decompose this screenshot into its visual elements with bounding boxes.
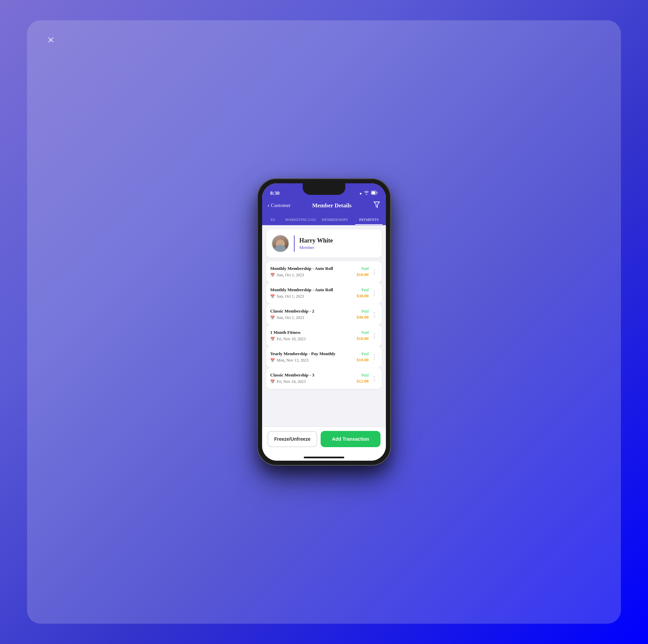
transaction-right: Paid $10.00 ⋮ bbox=[356, 266, 378, 277]
calendar-icon: 📅 bbox=[270, 273, 275, 277]
phone-screen: 8:30 ● bbox=[262, 183, 386, 461]
tab-memberships-label: MEMBERSHIPS bbox=[322, 217, 348, 222]
page-title: Member Details bbox=[312, 202, 351, 209]
transaction-amount: $10.00 bbox=[356, 357, 369, 363]
add-transaction-button[interactable]: Add Transaction bbox=[321, 431, 380, 447]
calendar-icon: 📅 bbox=[270, 294, 275, 299]
home-indicator bbox=[262, 454, 386, 461]
transaction-amount: $10.00 bbox=[356, 336, 369, 341]
battery-icon bbox=[371, 191, 378, 196]
transaction-item: Classic Membership - 2 📅 Sun, Oct 1, 202… bbox=[266, 304, 382, 325]
tab-marketing-log-label: MARKETING LOG bbox=[285, 217, 316, 222]
transaction-item: Yearly Membership - Pay Monthly 📅 Mon, N… bbox=[266, 346, 382, 368]
transaction-right: Paid $10.00 ⋮ bbox=[356, 351, 378, 363]
back-label: Customer bbox=[271, 203, 291, 208]
back-arrow-icon: ‹ bbox=[268, 202, 270, 209]
phone-frame: 8:30 ● bbox=[258, 179, 390, 465]
transaction-status-col: Paid $10.00 bbox=[356, 351, 369, 363]
calendar-icon: 📅 bbox=[270, 358, 275, 363]
transaction-date: 📅 Sun, Oct 1, 2023 bbox=[270, 273, 356, 278]
close-button[interactable]: × bbox=[47, 34, 54, 46]
bottom-bar: Freeze/Unfreeze Add Transaction bbox=[262, 427, 386, 454]
profile-card: Harry White Member bbox=[266, 229, 382, 258]
tab-payments[interactable]: PAYMENTS bbox=[352, 214, 386, 225]
tab-es[interactable]: ES bbox=[262, 214, 284, 225]
calendar-icon: 📅 bbox=[270, 380, 275, 384]
transaction-status-col: Paid $40.00 bbox=[356, 309, 369, 320]
transaction-amount: $10.00 bbox=[356, 272, 369, 277]
transaction-date-text: Fri, Nov 10, 2023 bbox=[277, 337, 306, 342]
transaction-status: Paid bbox=[362, 288, 369, 293]
svg-rect-1 bbox=[372, 191, 375, 194]
profile-divider bbox=[294, 235, 295, 252]
transaction-status-col: Paid $10.00 bbox=[356, 266, 369, 277]
transaction-date: 📅 Mon, Nov 13, 2023 bbox=[270, 358, 356, 363]
tab-es-label: ES bbox=[271, 217, 275, 222]
tabs-bar: ES MARKETING LOG MEMBERSHIPS PAYMENTS bbox=[262, 214, 386, 225]
transaction-item: Classic Membership - 3 📅 Fri, Nov 24, 20… bbox=[266, 368, 382, 389]
transaction-right: Paid $10.00 ⋮ bbox=[356, 330, 378, 341]
tab-memberships[interactable]: MEMBERSHIPS bbox=[318, 214, 352, 225]
phone-notch bbox=[303, 183, 345, 195]
more-options-button[interactable]: ⋮ bbox=[371, 375, 378, 382]
profile-info: Harry White Member bbox=[299, 237, 376, 250]
calendar-icon: 📅 bbox=[270, 337, 275, 341]
transaction-amount: $30.00 bbox=[356, 293, 369, 299]
more-options-button[interactable]: ⋮ bbox=[371, 269, 378, 275]
transaction-left: Monthly Membership - Auto Roll 📅 Sun, Oc… bbox=[270, 266, 356, 278]
transaction-name: Monthly Membership - Auto Roll bbox=[270, 287, 356, 293]
transaction-name: Classic Membership - 2 bbox=[270, 308, 356, 314]
wifi-icon bbox=[364, 191, 369, 196]
transaction-status-col: Paid $30.00 bbox=[356, 288, 369, 299]
transaction-date: 📅 Sun, Oct 1, 2023 bbox=[270, 294, 356, 299]
tab-marketing-log[interactable]: MARKETING LOG bbox=[284, 214, 318, 225]
filter-icon[interactable] bbox=[373, 201, 380, 210]
transaction-date-text: Sun, Oct 1, 2023 bbox=[277, 315, 304, 320]
transaction-date-text: Mon, Nov 13, 2023 bbox=[277, 358, 308, 363]
transaction-status: Paid bbox=[362, 351, 369, 356]
transaction-name: Classic Membership - 3 bbox=[270, 372, 356, 378]
svg-marker-2 bbox=[374, 202, 379, 207]
transaction-right: Paid $12.00 ⋮ bbox=[356, 373, 378, 384]
tab-payments-label: PAYMENTS bbox=[359, 217, 378, 222]
avatar-body bbox=[274, 245, 286, 252]
transaction-date-text: Fri, Nov 24, 2023 bbox=[277, 379, 306, 384]
profile-name: Harry White bbox=[299, 237, 376, 244]
transactions-list: Monthly Membership - Auto Roll 📅 Sun, Oc… bbox=[266, 261, 382, 389]
transaction-right: Paid $40.00 ⋮ bbox=[356, 309, 378, 320]
back-button[interactable]: ‹ Customer bbox=[268, 202, 291, 209]
transaction-left: Classic Membership - 2 📅 Sun, Oct 1, 202… bbox=[270, 308, 356, 320]
transaction-status: Paid bbox=[362, 330, 369, 335]
avatar bbox=[272, 235, 289, 252]
transaction-name: Yearly Membership - Pay Monthly bbox=[270, 351, 356, 356]
home-bar bbox=[304, 457, 344, 458]
calendar-icon: 📅 bbox=[270, 316, 275, 320]
transaction-left: Yearly Membership - Pay Monthly 📅 Mon, N… bbox=[270, 351, 356, 363]
header: ‹ Customer Member Details bbox=[262, 198, 386, 214]
more-options-button[interactable]: ⋮ bbox=[371, 333, 378, 339]
more-options-button[interactable]: ⋮ bbox=[371, 290, 378, 296]
transaction-item: Monthly Membership - Auto Roll 📅 Sun, Oc… bbox=[266, 261, 382, 282]
transaction-amount: $40.00 bbox=[356, 315, 369, 320]
header-nav: ‹ Customer Member Details bbox=[268, 201, 380, 210]
more-options-button[interactable]: ⋮ bbox=[371, 312, 378, 318]
transaction-left: Classic Membership - 3 📅 Fri, Nov 24, 20… bbox=[270, 372, 356, 384]
transaction-name: 1 Month Fitness bbox=[270, 330, 356, 335]
profile-role: Member bbox=[299, 245, 376, 250]
more-options-button[interactable]: ⋮ bbox=[371, 354, 378, 360]
freeze-button[interactable]: Freeze/Unfreeze bbox=[268, 431, 317, 447]
status-icons: ● bbox=[360, 191, 378, 196]
status-time: 8:30 bbox=[270, 190, 280, 196]
avatar-image bbox=[272, 235, 288, 252]
transaction-left: 1 Month Fitness 📅 Fri, Nov 10, 2023 bbox=[270, 330, 356, 342]
transaction-date: 📅 Fri, Nov 24, 2023 bbox=[270, 379, 356, 384]
transaction-date-text: Sun, Oct 1, 2023 bbox=[277, 273, 304, 278]
signal-icon: ● bbox=[360, 191, 362, 196]
transaction-status-col: Paid $12.00 bbox=[356, 373, 369, 384]
transaction-amount: $12.00 bbox=[356, 378, 369, 384]
transaction-item: Monthly Membership - Auto Roll 📅 Sun, Oc… bbox=[266, 282, 382, 304]
transaction-date-text: Sun, Oct 1, 2023 bbox=[277, 294, 304, 299]
transaction-right: Paid $30.00 ⋮ bbox=[356, 288, 378, 299]
transaction-date: 📅 Sun, Oct 1, 2023 bbox=[270, 315, 356, 320]
scene: 8:30 ● bbox=[0, 0, 648, 644]
